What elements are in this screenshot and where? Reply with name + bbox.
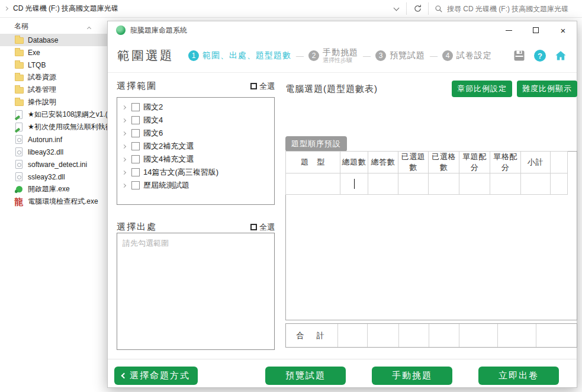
range-tree: 國文2 國文4 國文6 國文2補充文選 國文4補充文選 14篇古文(高三複習版): [117, 97, 275, 205]
cell-points-per-question[interactable]: [459, 173, 490, 195]
total-table: 合 計: [286, 324, 577, 347]
file-list: 名稱 Database Exe LTQB 試卷資源 試卷管理 操作說明 ★如已安…: [0, 18, 110, 208]
file-row[interactable]: software_detect.ini: [0, 158, 110, 171]
file-name: Exe: [28, 49, 40, 57]
file-name: Autorun.inf: [28, 136, 62, 144]
step-4-paper-settings[interactable]: 4 試卷設定: [442, 50, 492, 61]
file-row[interactable]: 龍 電腦環境檢查程式.exe: [0, 195, 110, 208]
file-row[interactable]: 試卷管理: [0, 83, 110, 96]
search-input[interactable]: [447, 5, 576, 13]
expand-chevron-icon[interactable]: [120, 158, 128, 161]
tree-item[interactable]: 歷屆統測試題: [120, 179, 272, 192]
column-header-label: 名稱: [14, 21, 28, 31]
source-select-all-checkbox[interactable]: [250, 224, 257, 230]
cell-points-per-blank[interactable]: [490, 173, 521, 195]
header-points-per-question: 單題配分: [459, 152, 490, 173]
help-button[interactable]: ?: [534, 50, 546, 62]
tree-item[interactable]: 國文4: [120, 114, 272, 127]
cell-total-questions[interactable]: [340, 173, 368, 195]
preview-questions-button[interactable]: 預覽試題: [265, 367, 346, 385]
tree-checkbox[interactable]: [131, 129, 140, 137]
address-dropdown-icon[interactable]: [390, 8, 403, 10]
tree-item-label: 國文2: [143, 102, 163, 113]
step-1-range[interactable]: 1 範圍、出處、題型題數: [188, 50, 291, 61]
file-row[interactable]: 開啟題庫.exe: [0, 183, 110, 195]
difficulty-ratio-button[interactable]: 難度比例顯示: [517, 81, 577, 97]
file-row[interactable]: 操作說明: [0, 96, 110, 108]
expand-chevron-icon[interactable]: [120, 106, 128, 109]
manual-pick-button[interactable]: 手動挑題: [372, 367, 452, 385]
header-selected-questions: 已選題數: [398, 152, 429, 173]
tree-item-label: 國文4補充文選: [143, 154, 194, 165]
expand-chevron-icon[interactable]: [120, 132, 128, 135]
file-name: Database: [28, 36, 58, 44]
question-order-badge[interactable]: 題型順序預設: [285, 136, 347, 152]
tree-checkbox[interactable]: [131, 181, 140, 189]
range-section-title: 選擇範圍: [117, 81, 250, 92]
header-total-answers: 總答數: [368, 152, 398, 173]
expand-chevron-icon[interactable]: [120, 184, 128, 187]
total-cell: [536, 324, 577, 347]
file-row[interactable]: LTQB: [0, 59, 110, 71]
file-row[interactable]: Autorun.inf: [0, 133, 110, 146]
cell-selected-questions[interactable]: [398, 173, 429, 195]
generate-paper-button[interactable]: 立即出卷: [478, 367, 559, 385]
step-3-preview[interactable]: 3 預覽試題: [375, 50, 425, 61]
header-question-type: 題 型: [286, 152, 340, 173]
dialog-titlebar[interactable]: 龍騰題庫命題系統 ×: [108, 21, 577, 39]
step-2-manual-pick[interactable]: 2 手動挑題 選擇性步驟: [308, 47, 358, 64]
total-cell: [459, 324, 497, 347]
tree-checkbox[interactable]: [131, 155, 140, 163]
folder-icon: [14, 85, 24, 95]
tree-item[interactable]: 國文6: [120, 127, 272, 140]
minimize-button[interactable]: [495, 21, 522, 39]
cell-selected-blanks[interactable]: [429, 173, 459, 195]
cell-subtotal[interactable]: [521, 173, 551, 195]
tree-item[interactable]: 國文4補充文選: [120, 153, 272, 166]
note-file-icon: [14, 123, 24, 132]
chapter-ratio-button[interactable]: 章節比例設定: [452, 81, 512, 97]
tree-checkbox[interactable]: [131, 116, 140, 124]
tree-item[interactable]: 國文2補充文選: [120, 140, 272, 153]
folder-icon: [14, 36, 24, 45]
file-row[interactable]: ssleay32.dll: [0, 171, 110, 183]
footer: 選擇命題方式 預覽試題 手動挑題 立即出卷: [108, 359, 577, 387]
header-subtotal: 小計: [521, 152, 551, 173]
file-row[interactable]: ★如已安裝108課綱之v1.(: [0, 108, 110, 121]
address-bar[interactable]: CD 光碟機 (F:) 技高國文題庫光碟: [0, 0, 406, 17]
file-name: 開啟題庫.exe: [28, 184, 70, 194]
refresh-button[interactable]: [407, 0, 428, 17]
home-icon[interactable]: [554, 49, 567, 62]
folder-icon: [14, 73, 24, 82]
close-button[interactable]: ×: [549, 21, 577, 39]
expand-chevron-icon[interactable]: [120, 145, 128, 148]
tree-checkbox[interactable]: [131, 103, 140, 111]
file-row[interactable]: libeay32.dll: [0, 146, 110, 158]
file-row[interactable]: Exe: [0, 46, 110, 59]
tree-checkbox[interactable]: [131, 142, 140, 150]
column-header-name[interactable]: 名稱: [0, 18, 110, 34]
source-select-all[interactable]: 全選: [250, 222, 275, 233]
maximize-button[interactable]: [522, 21, 549, 39]
expand-chevron-icon[interactable]: [120, 119, 128, 122]
header-total-questions: 總題數: [340, 152, 368, 173]
cell-empty[interactable]: [551, 173, 568, 195]
wizard-header: 範圍選題 1 範圍、出處、題型題數 — 2 手動挑題 選擇性步驟 — 3 預覽試…: [108, 39, 577, 73]
cell-question-type[interactable]: [286, 173, 340, 195]
range-select-all-checkbox[interactable]: [250, 83, 257, 89]
tree-item-label: 歷屆統測試題: [143, 180, 189, 191]
file-row[interactable]: Database: [0, 34, 110, 46]
file-row[interactable]: ★初次使用或無法順利執行: [0, 121, 110, 133]
back-to-method-button[interactable]: 選擇命題方式: [114, 367, 198, 385]
expand-chevron-icon[interactable]: [120, 171, 128, 174]
breadcrumb-chevron-icon[interactable]: [5, 7, 13, 10]
tree-checkbox[interactable]: [131, 168, 140, 176]
cell-total-answers[interactable]: [368, 173, 398, 195]
file-row[interactable]: 試卷資源: [0, 71, 110, 83]
save-icon[interactable]: [513, 49, 526, 62]
tree-item[interactable]: 14篇古文(高三複習版): [120, 166, 272, 179]
file-name: ★初次使用或無法順利執行: [28, 122, 112, 132]
range-select-all[interactable]: 全選: [250, 81, 275, 92]
tree-item[interactable]: 國文2: [120, 101, 272, 114]
search-box[interactable]: [429, 0, 582, 17]
